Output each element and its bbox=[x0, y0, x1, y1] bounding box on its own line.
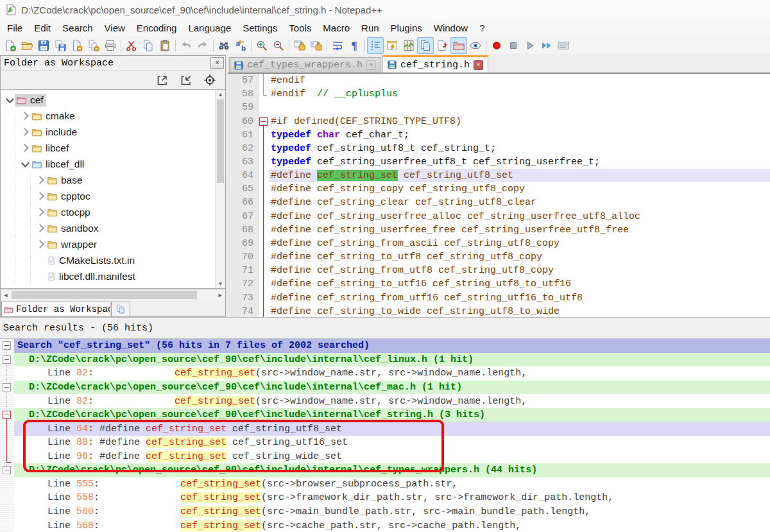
macro-record-button[interactable] bbox=[488, 37, 505, 54]
search-hit-row-line-96[interactable]: Line 96: #define cef_string_set cef_stri… bbox=[0, 450, 770, 464]
scroll-down-arrow-icon[interactable]: ▼ bbox=[216, 279, 225, 288]
code-line-73[interactable]: 73#define cef_string_from_utf16 cef_stri… bbox=[228, 291, 770, 305]
menu-item-settings[interactable]: Settings bbox=[237, 21, 283, 35]
code-line-68[interactable]: 68#define cef_string_userfree_free cef_s… bbox=[228, 223, 770, 237]
tree-item-libcef-dll-manifest[interactable]: libcef.dll.manifest bbox=[1, 268, 225, 284]
show-all-characters-button[interactable]: ¶ bbox=[346, 37, 363, 54]
close-all-button[interactable] bbox=[85, 37, 102, 54]
search-hit-row-line-555[interactable]: Line 555: cef_string_set(src->browser_su… bbox=[0, 477, 770, 492]
scrollbar-thumb[interactable] bbox=[217, 99, 224, 183]
tab-close-icon[interactable]: ✕ bbox=[366, 60, 376, 70]
search-hit-row-line-82[interactable]: Line 82: cef_string_set(src->window_name… bbox=[0, 394, 770, 408]
macro-save-button[interactable] bbox=[555, 37, 572, 54]
fold-collapse-icon[interactable] bbox=[3, 411, 11, 419]
search-hit-row-line-558[interactable]: Line 558: cef_string_set(src->framework_… bbox=[0, 491, 770, 505]
collapse-all-button[interactable] bbox=[180, 74, 193, 87]
code-line-71[interactable]: 71#define cef_string_from_utf8 cef_strin… bbox=[228, 264, 770, 277]
search-file-row[interactable]: D:\ZCode\crack\pc\open_source\cef_90\cef… bbox=[0, 408, 770, 422]
search-fold-margin[interactable] bbox=[0, 339, 14, 532]
code-line-69[interactable]: 69#define cef_string_from_ascii cef_stri… bbox=[228, 237, 770, 250]
code-line-63[interactable]: 63typedef cef_string_userfree_utf8_t cef… bbox=[228, 155, 770, 169]
document-switcher-tab[interactable] bbox=[111, 302, 130, 316]
tree-item-cmake[interactable]: cmake bbox=[1, 108, 225, 124]
word-wrap-button[interactable] bbox=[329, 37, 346, 54]
code-line-65[interactable]: 65#define cef_string_copy cef_string_utf… bbox=[228, 182, 770, 196]
chevron-right-icon[interactable] bbox=[20, 127, 30, 137]
macro-play-button[interactable] bbox=[522, 37, 538, 54]
chevron-right-icon[interactable] bbox=[35, 223, 46, 234]
sync-horizontal-button[interactable] bbox=[308, 37, 325, 54]
menu-item-tools[interactable]: Tools bbox=[283, 21, 317, 35]
tree-item-ctocpp[interactable]: ctocpp bbox=[1, 204, 225, 220]
search-hit-row-line-80[interactable]: Line 80: #define cef_string_set cef_stri… bbox=[0, 436, 770, 450]
find-button[interactable] bbox=[216, 37, 232, 54]
search-file-row[interactable]: D:\ZCode\crack\pc\open_source\cef_90\cef… bbox=[0, 353, 770, 367]
menu-item-macro[interactable]: Macro bbox=[317, 21, 355, 35]
search-file-row[interactable]: D:\ZCode\crack\pc\open_source\cef_90\cef… bbox=[0, 381, 770, 395]
code-line-74[interactable]: 74#define cef_string_to_wide cef_string_… bbox=[228, 305, 770, 317]
open-file-button[interactable] bbox=[19, 37, 35, 54]
search-hit-row-line-64[interactable]: Line 64: #define cef_string_set cef_stri… bbox=[0, 422, 770, 436]
search-hit-row-line-82[interactable]: Line 82: cef_string_set(src->window_name… bbox=[0, 366, 770, 381]
scroll-up-arrow-icon[interactable]: ▲ bbox=[216, 90, 225, 99]
fold-collapse-icon[interactable] bbox=[3, 356, 11, 364]
tree-vertical-scrollbar[interactable]: ▲ ▼ bbox=[215, 90, 225, 288]
code-line-66[interactable]: 66#define cef_string_clear cef_string_ut… bbox=[228, 196, 770, 209]
fold-collapse-icon[interactable] bbox=[3, 466, 11, 474]
menu-item-language[interactable]: Language bbox=[182, 21, 237, 35]
tree-item-libcef[interactable]: libcef bbox=[1, 140, 225, 156]
menu-item-edit[interactable]: Edit bbox=[28, 21, 56, 35]
scroll-left-arrow-icon[interactable]: ◂ bbox=[1, 289, 11, 300]
menu-item-file[interactable]: File bbox=[1, 21, 28, 35]
menu-item-encoding[interactable]: Encoding bbox=[131, 21, 183, 35]
fold-collapse-icon[interactable] bbox=[259, 114, 269, 128]
tab-close-icon[interactable]: ✕ bbox=[474, 60, 483, 70]
run-script-button[interactable] bbox=[434, 37, 450, 54]
menu-item-plugins[interactable]: Plugins bbox=[385, 21, 428, 35]
menu-item-search[interactable]: Search bbox=[56, 21, 99, 35]
cut-button[interactable] bbox=[123, 37, 140, 54]
search-hit-row-line-560[interactable]: Line 560: cef_string_set(src->main_bundl… bbox=[0, 505, 770, 519]
search-file-row[interactable]: D:\ZCode\crack\pc\open_source\cef_90\cef… bbox=[0, 463, 770, 477]
chevron-right-icon[interactable] bbox=[20, 111, 30, 121]
folder-as-workspace-button[interactable] bbox=[450, 37, 467, 54]
code-line-62[interactable]: 62typedef cef_string_utf8_t cef_string_t… bbox=[228, 142, 770, 155]
chevron-down-icon[interactable] bbox=[20, 159, 30, 169]
copy-button[interactable] bbox=[140, 37, 157, 54]
code-line-67[interactable]: 67#define cef_string_userfree_alloc cef_… bbox=[228, 210, 770, 223]
macro-run-multiple-button[interactable] bbox=[538, 37, 555, 54]
expand-all-button[interactable] bbox=[156, 74, 169, 87]
chevron-right-icon[interactable] bbox=[35, 207, 46, 218]
document-switcher-button[interactable] bbox=[417, 37, 434, 54]
chevron-right-icon[interactable] bbox=[35, 191, 46, 202]
paste-button[interactable] bbox=[157, 37, 173, 54]
code-line-61[interactable]: 61typedef char cef_char_t; bbox=[228, 128, 770, 142]
undo-button[interactable] bbox=[178, 37, 194, 54]
tree-item-sandbox[interactable]: sandbox bbox=[1, 220, 225, 236]
scrollbar-thumb[interactable] bbox=[12, 291, 197, 299]
chevron-right-icon[interactable] bbox=[35, 175, 46, 185]
tree-item-wrapper[interactable]: wrapper bbox=[1, 236, 225, 252]
code-line-60[interactable]: 60#if defined(CEF_STRING_TYPE_UTF8) bbox=[228, 114, 770, 128]
code-line-59[interactable]: 59 bbox=[228, 101, 770, 114]
tree-item-libcef-dll[interactable]: libcef_dll bbox=[1, 156, 225, 172]
replace-button[interactable]: ab bbox=[232, 37, 249, 54]
code-line-70[interactable]: 70#define cef_string_to_utf8 cef_string_… bbox=[228, 250, 770, 264]
code-view[interactable]: 57#endif58#endif // __cplusplus5960#if d… bbox=[228, 74, 770, 317]
search-hit-row-line-568[interactable]: Line 568: cef_string_set(src->cache_path… bbox=[0, 519, 770, 532]
close-file-button[interactable] bbox=[69, 37, 85, 54]
folder-as-workspace-tab[interactable]: Folder as Workspac bbox=[1, 302, 110, 316]
menu-item-view[interactable]: View bbox=[99, 21, 131, 35]
menu-item-window[interactable]: Window bbox=[428, 21, 474, 35]
menu-item-?[interactable]: ? bbox=[474, 21, 490, 35]
tree-item-base[interactable]: base bbox=[1, 172, 225, 188]
tree-item-include[interactable]: include bbox=[1, 124, 225, 140]
locate-file-button[interactable] bbox=[203, 74, 216, 87]
save-copy-button[interactable] bbox=[52, 37, 69, 54]
document-tab-cef-string-h[interactable]: cef_string.h✕ bbox=[382, 55, 488, 73]
redo-button[interactable] bbox=[194, 37, 211, 54]
document-map-button[interactable] bbox=[400, 37, 417, 54]
print-button[interactable] bbox=[102, 37, 119, 54]
zoom-out-button[interactable] bbox=[270, 37, 287, 54]
tree-item-cef[interactable]: cef bbox=[1, 92, 225, 108]
